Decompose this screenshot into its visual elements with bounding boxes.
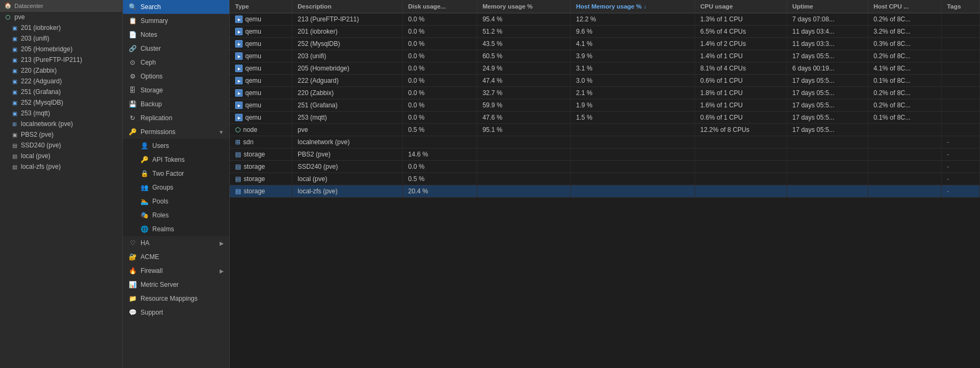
nav-item-permissions[interactable]: 🔑 Permissions ▼ <box>123 125 229 139</box>
nav-item-pools[interactable]: 🏊 Pools <box>123 194 229 208</box>
nav-item-summary[interactable]: 📋 Summary <box>123 14 229 28</box>
nav-item-options[interactable]: ⚙ Options <box>123 69 229 83</box>
nav-item-backup[interactable]: 💾 Backup <box>123 97 229 111</box>
table-row[interactable]: ▶qemu213 (PureFTP-IP211)0.0 %95.4 %12.2 … <box>230 13 980 26</box>
col-header-description[interactable]: Description <box>292 0 403 13</box>
tree-label-222: 222 (Adguard) <box>21 77 62 85</box>
tree-item-local[interactable]: ▤local (pve) <box>0 151 122 161</box>
tree-label-252: 252 (MysqlDB) <box>21 99 63 106</box>
tree-item-local-zfs[interactable]: ▤local-zfs (pve) <box>0 161 122 172</box>
cell-type-1: ▶qemu <box>230 26 292 38</box>
tree-item-localnetwork[interactable]: ⊞localnetwork (pve) <box>0 119 122 129</box>
nav-item-realms[interactable]: 🌐 Realms <box>123 222 229 236</box>
nav-icon-notes: 📄 <box>128 30 137 39</box>
col-header-uptime[interactable]: Uptime <box>787 0 868 13</box>
nav-item-support[interactable]: 💬 Support <box>123 306 229 319</box>
nav-item-firewall[interactable]: 🔥 Firewall ▶ <box>123 264 229 278</box>
tree-item-ssd240[interactable]: ▤SSD240 (pve) <box>0 140 122 151</box>
chevron-icon: ▶ <box>220 268 224 274</box>
tree-item-201[interactable]: ▣201 (iobroker) <box>0 22 122 33</box>
cell-uptime-8: 17 days 05:5... <box>787 112 868 124</box>
tree-item-220[interactable]: ▣220 (Zabbix) <box>0 65 122 76</box>
nav-item-roles[interactable]: 🎭 Roles <box>123 208 229 222</box>
cell-memory_usage-0: 95.4 % <box>477 13 570 26</box>
cell-host_memory-0: 12.2 % <box>570 13 695 26</box>
type-label-4: qemu <box>245 65 261 72</box>
vm-icon: ▶ <box>235 101 243 109</box>
cell-disk_usage-10 <box>402 136 477 148</box>
cell-memory_usage-3: 60.5 % <box>477 50 570 62</box>
table-row[interactable]: ▶qemu251 (Grafana)0.0 %59.9 %1.9 %1.6% o… <box>230 99 980 112</box>
nav-icon-groups: 👥 <box>140 183 149 192</box>
tree-icon-220: ▣ <box>11 67 18 74</box>
nav-item-groups[interactable]: 👥 Groups <box>123 181 229 194</box>
tree-icon-252: ▣ <box>11 99 18 106</box>
nav-item-api-tokens[interactable]: 🔑 API Tokens <box>123 153 229 167</box>
nav-item-two-factor[interactable]: 🔒 Two Factor <box>123 167 229 181</box>
cell-description-4: 205 (Homebridge) <box>292 62 403 75</box>
col-header-tags[interactable]: Tags <box>942 0 980 13</box>
table-row[interactable]: ▶qemu201 (iobroker)0.0 %51.2 %9.6 %6.5% … <box>230 26 980 38</box>
table-row[interactable]: ▤storagePBS2 (pve)14.6 %- <box>230 148 980 161</box>
cell-tags-6 <box>942 87 980 99</box>
tree-item-253[interactable]: ▣253 (mqtt) <box>0 108 122 119</box>
nav-item-search[interactable]: 🔍 Search <box>123 0 229 14</box>
table-row[interactable]: ▶qemu205 (Homebridge)0.0 %24.9 %3.1 %8.1… <box>230 62 980 75</box>
tree-item-213[interactable]: ▣213 (PureFTP-IP211) <box>0 54 122 65</box>
table-row[interactable]: ▤storagelocal-zfs (pve)20.4 %- <box>230 185 980 198</box>
table-row[interactable]: ▶qemu222 (Adguard)0.0 %47.4 %3.0 %0.6% o… <box>230 75 980 87</box>
tree-item-pve[interactable]: ⬡pve <box>0 12 122 22</box>
tree-item-205[interactable]: ▣205 (Homebridge) <box>0 44 122 54</box>
cell-cpu_usage-8: 0.6% of 1 CPU <box>695 112 787 124</box>
table-row[interactable]: ▶qemu203 (unifi)0.0 %60.5 %3.9 %1.4% of … <box>230 50 980 62</box>
col-header-host_memory[interactable]: Host Memory usage %↓ <box>570 0 695 13</box>
tree-item-252[interactable]: ▣252 (MysqlDB) <box>0 97 122 108</box>
col-header-type[interactable]: Type <box>230 0 292 13</box>
storage-icon: ▤ <box>235 163 241 170</box>
nav-item-replication[interactable]: ↻ Replication <box>123 111 229 125</box>
nav-item-cluster[interactable]: 🔗 Cluster <box>123 42 229 56</box>
table-row[interactable]: ⬡nodepve0.5 %95.1 %12.2% of 8 CPUs17 day… <box>230 124 980 136</box>
col-header-disk_usage[interactable]: Disk usage... <box>402 0 477 13</box>
table-row[interactable]: ▤storagelocal (pve)0.5 %- <box>230 173 980 185</box>
chevron-icon: ▼ <box>219 129 224 135</box>
table-row[interactable]: ▶qemu220 (Zabbix)0.0 %32.7 %2.1 %1.8% of… <box>230 87 980 99</box>
tree-item-251[interactable]: ▣251 (Grafana) <box>0 87 122 97</box>
cell-host_memory-14 <box>570 185 695 198</box>
type-label-10: sdn <box>243 138 253 146</box>
col-header-memory_usage[interactable]: Memory usage % <box>477 0 570 13</box>
nav-item-ha[interactable]: ♡ HA ▶ <box>123 236 229 250</box>
cell-memory_usage-8: 47.6 % <box>477 112 570 124</box>
tree-item-222[interactable]: ▣222 (Adguard) <box>0 76 122 87</box>
nav-item-notes[interactable]: 📄 Notes <box>123 28 229 42</box>
col-header-host_cpu[interactable]: Host CPU ... <box>868 0 942 13</box>
tree-icon-localnetwork: ⊞ <box>11 120 18 128</box>
table-row[interactable]: ⊞sdnlocalnetwork (pve)- <box>230 136 980 148</box>
tree-label-253: 253 (mqtt) <box>21 109 50 117</box>
cell-memory_usage-12 <box>477 161 570 173</box>
cell-host_cpu-6: 0.2% of 8C... <box>868 87 942 99</box>
nav-item-metric-server[interactable]: 📊 Metric Server <box>123 278 229 292</box>
tree-item-203[interactable]: ▣203 (unifi) <box>0 33 122 44</box>
table-row[interactable]: ▶qemu253 (mqtt)0.0 %47.6 %1.5 %0.6% of 1… <box>230 112 980 124</box>
tree-icon-251: ▣ <box>11 88 18 96</box>
nav-label-pools: Pools <box>152 198 168 205</box>
col-header-cpu_usage[interactable]: CPU usage <box>695 0 787 13</box>
type-label-11: storage <box>244 151 265 158</box>
tree-item-pbs2[interactable]: ▣PBS2 (pve) <box>0 129 122 140</box>
vm-icon: ▶ <box>235 114 243 121</box>
nav-item-ceph[interactable]: ⊙ Ceph <box>123 56 229 69</box>
nav-item-users[interactable]: 👤 Users <box>123 139 229 153</box>
cell-host_memory-9 <box>570 124 695 136</box>
nav-item-acme[interactable]: 🔐 ACME <box>123 250 229 264</box>
nav-item-resource-mappings[interactable]: 📁 Resource Mappings <box>123 292 229 306</box>
cell-host_memory-5: 3.0 % <box>570 75 695 87</box>
nav-label-realms: Realms <box>152 225 174 233</box>
cell-description-12: SSD240 (pve) <box>292 161 403 173</box>
table-row[interactable]: ▤storageSSD240 (pve)0.0 %- <box>230 161 980 173</box>
cell-disk_usage-6: 0.0 % <box>402 87 477 99</box>
cell-disk_usage-0: 0.0 % <box>402 13 477 26</box>
nav-item-storage[interactable]: 🗄 Storage <box>123 83 229 97</box>
cell-cpu_usage-12 <box>695 161 787 173</box>
table-row[interactable]: ▶qemu252 (MysqlDB)0.0 %43.5 %4.1 %1.4% o… <box>230 38 980 50</box>
